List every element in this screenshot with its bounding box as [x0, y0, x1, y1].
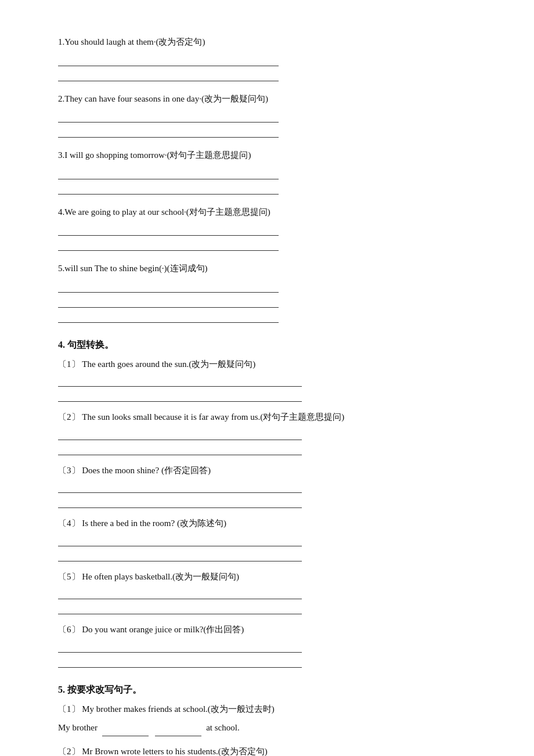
s4-q1-content: The earth goes around the sun.(改为一般疑问句) [82, 359, 255, 369]
s5-question-2: 〔2〕 Mr Brown wrote letters to his studen… [58, 744, 476, 756]
answer-line [58, 427, 302, 440]
question-3-answers [58, 167, 476, 195]
s4-q5-bracket: 〔5〕 [58, 572, 80, 581]
s4-question-3: 〔3〕 Does the moon shine? (作否定回答) [58, 463, 476, 509]
s4-q6-content: Do you want orange juice or milk?(作出回答) [82, 625, 244, 634]
s5-question-1: 〔1〕 My brother makes friends at school.(… [58, 702, 476, 737]
s4-q6-bracket: 〔6〕 [58, 625, 80, 634]
answer-line [58, 495, 302, 508]
s5-q1-bracket: 〔1〕 [58, 704, 80, 714]
section4-header: 4. 句型转换。 [58, 339, 476, 351]
s4-q1-bracket: 〔1〕 [58, 359, 80, 369]
s4-q3-bracket: 〔3〕 [58, 466, 80, 475]
s4-q2-content: The sun looks small because it is far aw… [82, 412, 344, 422]
question-5-answers [58, 280, 476, 323]
question-1-answers [58, 53, 476, 81]
answer-line [58, 655, 302, 668]
answer-line [58, 182, 279, 195]
s5-q2-bracket: 〔2〕 [58, 747, 80, 756]
answer-line [58, 389, 302, 402]
s4-question-1: 〔1〕 The earth goes around the sun.(改为一般疑… [58, 357, 476, 402]
section5: 5. 按要求改写句子。 〔1〕 My brother makes friends… [58, 684, 476, 757]
answer-line [58, 238, 279, 251]
question-3-text: 3.I will go shopping tomorrow·(对句子主题意思提问… [58, 148, 476, 163]
section3-questions: 1.You should laugh at them·(改为否定句) 2.The… [58, 35, 476, 323]
answer-line [58, 602, 302, 614]
fill-blank [155, 726, 201, 736]
question-4: 4.We are going to play at our school·(对句… [58, 205, 476, 251]
question-2-answers [58, 110, 476, 138]
s4-q5-content: He often plays basketball.(改为一般疑问句) [82, 572, 239, 581]
s4-question-6: 〔6〕 Do you want orange juice or milk?(作出… [58, 622, 476, 668]
s4-q2-bracket: 〔2〕 [58, 412, 80, 422]
answer-line [58, 110, 279, 123]
answer-line [58, 442, 302, 455]
answer-line [58, 295, 279, 308]
answer-line [58, 480, 302, 493]
question-1: 1.You should laugh at them·(改为否定句) [58, 35, 476, 81]
s5-question-1-instruction: 〔1〕 My brother makes friends at school.(… [58, 702, 476, 717]
s4-question-4: 〔4〕 Is there a bed in the room? (改为陈述句) [58, 516, 476, 561]
question-3: 3.I will go shopping tomorrow·(对句子主题意思提问… [58, 148, 476, 195]
answer-line [58, 640, 302, 653]
s4-question-1-text: 〔1〕 The earth goes around the sun.(改为一般疑… [58, 357, 476, 372]
question-2-text: 2.They can have four seasons in one day·… [58, 92, 476, 107]
answer-line [58, 534, 302, 546]
s5-q1-prefix: My brother [58, 723, 98, 732]
question-2: 2.They can have four seasons in one day·… [58, 92, 476, 138]
s4-question-6-text: 〔6〕 Do you want orange juice or milk?(作出… [58, 622, 476, 638]
s4-question-5-text: 〔5〕 He often plays basketball.(改为一般疑问句) [58, 570, 476, 585]
s5-q1-fill: My brother at school. [58, 719, 476, 736]
answer-line [58, 374, 302, 387]
question-4-answers [58, 223, 476, 251]
s5-q1-suffix: at school. [206, 723, 240, 732]
question-4-text: 4.We are going to play at our school·(对句… [58, 205, 476, 220]
s4-q3-content: Does the moon shine? (作否定回答) [82, 466, 211, 475]
answer-line [58, 280, 279, 293]
s4-question-4-text: 〔4〕 Is there a bed in the room? (改为陈述句) [58, 516, 476, 531]
question-1-text: 1.You should laugh at them·(改为否定句) [58, 35, 476, 50]
fill-blank [102, 726, 149, 736]
answer-line [58, 167, 279, 179]
answer-line [58, 586, 302, 599]
question-5: 5.will sun The to shine begin(·)(连词成句) [58, 261, 476, 323]
answer-line [58, 69, 279, 81]
section4: 4. 句型转换。 〔1〕 The earth goes around the s… [58, 339, 476, 668]
section5-header: 5. 按要求改写句子。 [58, 684, 476, 696]
s4-question-2: 〔2〕 The sun looks small because it is fa… [58, 410, 476, 455]
question-5-text: 5.will sun The to shine begin(·)(连词成句) [58, 261, 476, 276]
s5-question-2-instruction: 〔2〕 Mr Brown wrote letters to his studen… [58, 744, 476, 756]
s4-question-2-text: 〔2〕 The sun looks small because it is fa… [58, 410, 476, 425]
s4-question-3-text: 〔3〕 Does the moon shine? (作否定回答) [58, 463, 476, 478]
s4-q4-bracket: 〔4〕 [58, 519, 80, 528]
answer-line [58, 223, 279, 236]
s4-q4-content: Is there a bed in the room? (改为陈述句) [82, 519, 226, 528]
s5-q1-text: My brother makes friends at school.(改为一般… [82, 704, 275, 714]
answer-line [58, 310, 279, 323]
s5-q2-text: Mr Brown wrote letters to his students.(… [82, 747, 268, 756]
answer-line [58, 125, 279, 138]
answer-line [58, 53, 279, 66]
answer-line [58, 549, 302, 561]
s4-question-5: 〔5〕 He often plays basketball.(改为一般疑问句) [58, 570, 476, 615]
